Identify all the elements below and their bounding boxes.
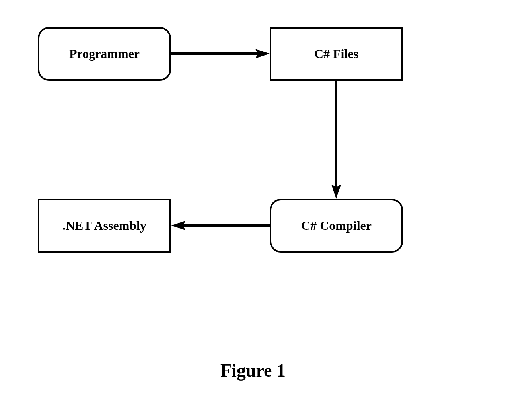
label-assembly: .NET Assembly xyxy=(62,218,146,233)
caption-text: Figure 1 xyxy=(220,360,286,381)
arrow-programmer-csfiles xyxy=(171,48,270,60)
label-compiler: C# Compiler xyxy=(301,218,372,233)
label-programmer: Programmer xyxy=(69,47,140,61)
figure-caption: Figure 1 xyxy=(0,360,506,381)
node-assembly: .NET Assembly xyxy=(38,199,171,253)
node-compiler: C# Compiler xyxy=(270,199,403,253)
node-csfiles: C# Files xyxy=(270,27,403,81)
arrow-compiler-assembly xyxy=(171,220,270,231)
arrow-csfiles-compiler xyxy=(330,81,342,199)
label-csfiles: C# Files xyxy=(314,47,358,61)
node-programmer: Programmer xyxy=(38,27,171,81)
